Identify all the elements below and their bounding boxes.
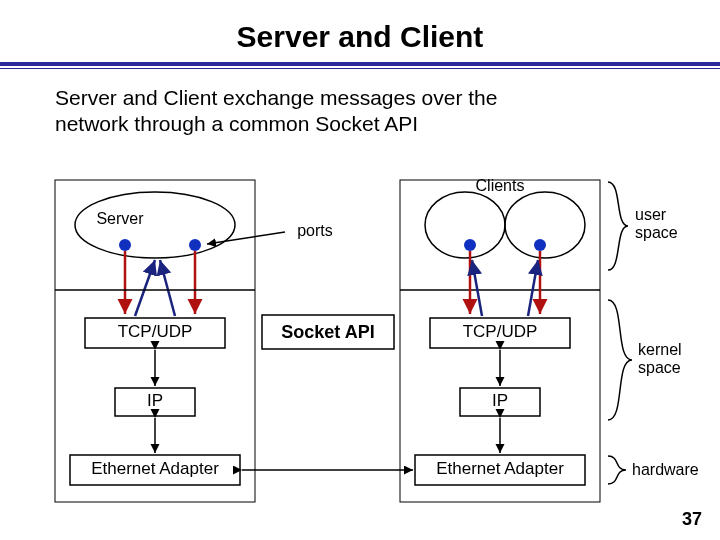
kernel-space-label-2: space [638, 359, 681, 376]
brace-hardware [608, 456, 626, 484]
ip-label-right: IP [492, 391, 508, 410]
port-dot [464, 239, 476, 251]
port-dot [189, 239, 201, 251]
arrow-up [135, 260, 155, 316]
ethernet-label-right: Ethernet Adapter [436, 459, 564, 478]
ports-label: ports [297, 222, 333, 239]
tcpudp-label-left: TCP/UDP [118, 322, 193, 341]
brace-user-space [608, 182, 628, 270]
ethernet-label-left: Ethernet Adapter [91, 459, 219, 478]
arrow-up [528, 260, 538, 316]
kernel-space-label-1: kernel [638, 341, 682, 358]
user-space-label-2: space [635, 224, 678, 241]
ip-label-left: IP [147, 391, 163, 410]
page-number: 37 [682, 509, 702, 530]
tcpudp-label-right: TCP/UDP [463, 322, 538, 341]
socket-api-label: Socket API [281, 322, 374, 342]
port-dot [534, 239, 546, 251]
brace-kernel-space [608, 300, 632, 420]
server-label: Server [96, 210, 144, 227]
user-space-label-1: user [635, 206, 667, 223]
arrow-up [160, 260, 175, 316]
diagram-canvas: Server Clients ports TCP/UDP TCP/UDP IP … [0, 0, 720, 540]
hardware-label: hardware [632, 461, 699, 478]
clients-label: Clients [476, 177, 525, 194]
ports-pointer [207, 232, 285, 244]
port-dot [119, 239, 131, 251]
arrow-up [472, 260, 482, 316]
